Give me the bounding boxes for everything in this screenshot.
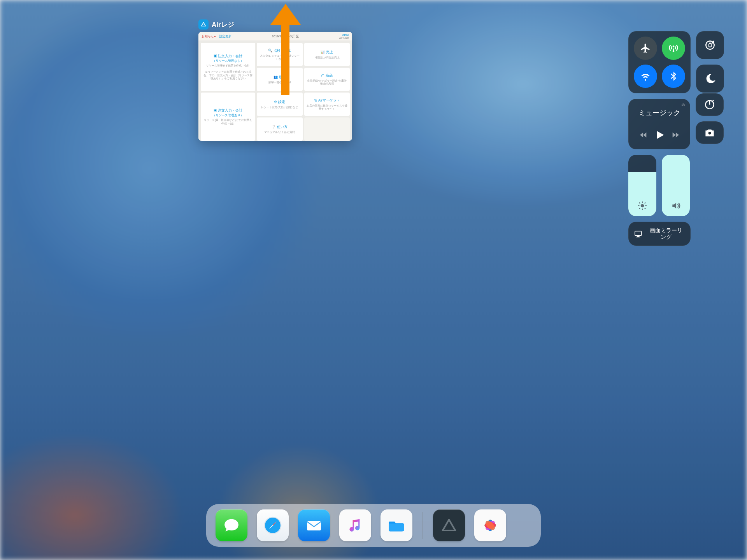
tile-order-no-resource: ▣ 注文入力・会計 （リソース管理なし） リソース管理せず伝票を作成・会計 ※リ… <box>201 43 255 91</box>
thumb-update: 設定更新 <box>219 35 231 38</box>
tile-settings: ⚙ 設定 レシート設定/支払い設定 など <box>257 93 303 116</box>
tile-empty <box>304 117 350 141</box>
thumb-notice-badge: ● <box>214 35 216 38</box>
thumb-grid: ▣ 注文入力・会計 （リソース管理なし） リソース管理せず伝票を作成・会計 ※リ… <box>198 40 352 141</box>
tile-inspection: 🔍 点検・精算 入出金/レジチェック/日計レシート など <box>257 43 303 66</box>
tile-airmarket: 🛍 Airマーケット お店の業務に役立つサービスを提案するサイト <box>304 93 350 116</box>
app-card-header: Airレジ <box>198 19 354 30</box>
tile-customer: 👥 顧客 顧客一覧/新規登録 <box>257 68 303 91</box>
thumb-toolbar: お知らせ● 設定更新 2019/1/17 千代田区 AirID Air Cafe <box>198 32 352 40</box>
thumb-notice: お知らせ <box>202 35 214 38</box>
tile-help: ❔ 使い方 マニュアル/よくある質問 <box>257 117 303 141</box>
app-switcher-card[interactable]: Airレジ お知らせ● 設定更新 2019/1/17 千代田区 AirID Ai… <box>198 19 354 140</box>
airregi-logo-icon <box>198 19 209 30</box>
thumb-airid: AirID <box>339 33 349 37</box>
app-thumbnail[interactable]: お知らせ● 設定更新 2019/1/17 千代田区 AirID Air Cafe… <box>198 32 352 141</box>
thumb-cafe: Air Cafe <box>339 37 349 39</box>
thumb-date: 2019/1/17 千代田区 <box>272 34 299 38</box>
tile-sales: 📊 売上 日別売上/商品別売上 <box>304 43 350 66</box>
tile-product: 🏷 商品 商品登録/カテゴリー設定/在庫管理/商品配置 <box>304 68 350 91</box>
app-card-title: Airレジ <box>212 20 234 29</box>
tile-order-resource: ▣ 注文入力・会計 （リソース管理あり） リソース(席・担当者など)ごとに伝票を… <box>201 93 255 141</box>
